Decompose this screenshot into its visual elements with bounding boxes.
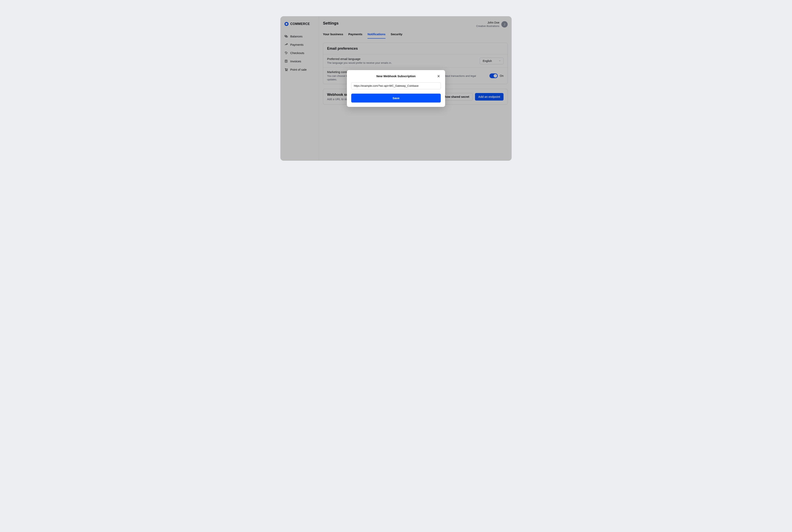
modal-header: New Webhook Subscription [351, 74, 441, 78]
modal-overlay[interactable]: New Webhook Subscription Save [280, 16, 512, 161]
new-webhook-modal: New Webhook Subscription Save [347, 70, 445, 107]
webhook-url-input[interactable] [351, 82, 441, 89]
save-button[interactable]: Save [351, 94, 441, 102]
app-frame: COMMERCE Balances Payments Checkouts [280, 16, 512, 161]
close-icon[interactable] [436, 74, 441, 78]
modal-title: New Webhook Subscription [376, 74, 416, 78]
